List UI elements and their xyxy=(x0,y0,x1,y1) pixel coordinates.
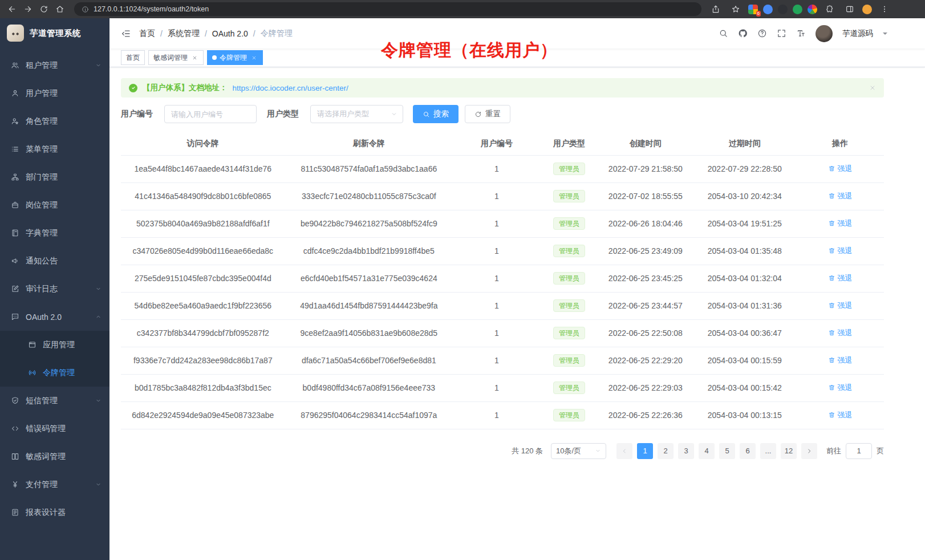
sidebar-item-sms[interactable]: 短信管理 xyxy=(0,387,109,415)
user-id-cell: 1 xyxy=(453,265,541,292)
next-page-button[interactable] xyxy=(801,443,817,459)
access-token-cell: 6d842e2924594de9a09e45e087323abe xyxy=(121,401,285,429)
extension-green-icon[interactable] xyxy=(793,5,802,14)
user-id-cell: 1 xyxy=(453,155,541,182)
sidebar-item-error-code[interactable]: 错误码管理 xyxy=(0,415,109,443)
force-logout-button[interactable]: 强退 xyxy=(828,301,853,311)
page-button-1[interactable]: 1 xyxy=(637,443,653,459)
sidebar-item-user[interactable]: 用户管理 xyxy=(0,79,109,107)
browser-forward-icon[interactable] xyxy=(21,2,35,17)
page-button-3[interactable]: 3 xyxy=(678,443,694,459)
sidebar-item-sensitive-word[interactable]: 敏感词管理 xyxy=(0,443,109,470)
help-icon[interactable] xyxy=(757,29,767,38)
breadcrumb-item[interactable]: 首页 xyxy=(139,29,155,39)
page-ellipsis[interactable]: ... xyxy=(760,443,776,459)
search-button[interactable]: 搜索 xyxy=(413,105,459,123)
page-button-5[interactable]: 5 xyxy=(719,443,735,459)
app-logo[interactable]: 芋道管理系统 xyxy=(0,18,109,48)
extension-rainbow-icon[interactable] xyxy=(808,5,817,14)
sidebar-item-oauth2[interactable]: OAuth 2.0 xyxy=(0,303,109,331)
extension-blue-icon[interactable] xyxy=(763,5,773,14)
sidebar-item-dept[interactable]: 部门管理 xyxy=(0,163,109,191)
sidebar-item-label: 报表设计器 xyxy=(26,508,102,518)
user-type-cell: 管理员 xyxy=(541,319,598,347)
access-token-cell: f9336e7c7dd242a283ee98dc86b17a87 xyxy=(121,347,285,374)
force-logout-button[interactable]: 强退 xyxy=(828,355,853,366)
view-tab[interactable]: 首页 xyxy=(121,50,145,65)
table-row: 502375b8040a469a9b82188afdf6af1fbe90422b… xyxy=(121,210,884,237)
github-icon[interactable] xyxy=(738,29,748,38)
alert-close-icon[interactable] xyxy=(869,84,876,91)
sidebar-item-tenant[interactable]: 租户管理 xyxy=(0,51,109,79)
sidebar-item-notice[interactable]: 通知公告 xyxy=(0,247,109,275)
page-size-select[interactable]: 10条/页 xyxy=(551,443,606,459)
browser-address-bar[interactable]: 127.0.0.1:1024/system/oauth2/token xyxy=(74,2,701,16)
view-tab[interactable]: 敏感词管理 xyxy=(148,50,204,65)
sidebar-item-dict[interactable]: 字典管理 xyxy=(0,219,109,247)
force-logout-button[interactable]: 强退 xyxy=(828,246,853,256)
view-tab[interactable]: 令牌管理 xyxy=(207,50,263,65)
tab-close-icon[interactable] xyxy=(190,54,198,62)
sidebar-item-oauth2-app[interactable]: 应用管理 xyxy=(0,331,109,359)
extension-dark-icon[interactable] xyxy=(778,5,788,14)
page-button-12[interactable]: 12 xyxy=(781,443,797,459)
sidebar-item-role[interactable]: 角色管理 xyxy=(0,107,109,135)
goto-page-input[interactable] xyxy=(846,443,872,459)
browser-back-icon[interactable] xyxy=(5,2,19,17)
force-logout-button[interactable]: 强退 xyxy=(828,191,853,201)
sidebar-item-label: 支付管理 xyxy=(26,480,89,490)
reset-button[interactable]: 重置 xyxy=(465,105,510,123)
sidebar-item-oauth2-token[interactable]: 令牌管理 xyxy=(0,359,109,387)
user-avatar[interactable] xyxy=(816,25,833,42)
fullscreen-icon[interactable] xyxy=(777,29,786,38)
page-button-4[interactable]: 4 xyxy=(699,443,715,459)
page-button-6[interactable]: 6 xyxy=(740,443,756,459)
token-table: 访问令牌刷新令牌用户编号用户类型创建时间过期时间操作 1ea5e44f8bc14… xyxy=(121,132,884,429)
page-button-2[interactable]: 2 xyxy=(658,443,674,459)
browser-home-icon[interactable] xyxy=(52,2,67,17)
font-size-icon[interactable] xyxy=(796,29,806,38)
force-logout-button[interactable]: 强退 xyxy=(828,164,853,174)
bookmark-star-icon[interactable] xyxy=(728,2,743,17)
doc-link[interactable]: https://doc.iocoder.cn/user-center/ xyxy=(233,84,348,92)
create-time-cell: 2022-06-25 22:26:36 xyxy=(598,401,693,429)
sidebar-fold-icon[interactable] xyxy=(121,29,131,39)
profile-avatar-icon[interactable] xyxy=(862,5,872,14)
refresh-token-cell: 333ecfc71e02480cb11055c875c3ca0f xyxy=(285,182,453,210)
force-logout-button[interactable]: 强退 xyxy=(828,410,853,420)
force-logout-button[interactable]: 强退 xyxy=(828,218,853,229)
action-cell: 强退 xyxy=(796,374,884,401)
page-buttons: 123456...12 xyxy=(635,443,799,459)
user-id-input[interactable] xyxy=(164,105,257,123)
sidebar-item-pay[interactable]: 支付管理 xyxy=(0,470,109,498)
sidebar-item-label: 短信管理 xyxy=(26,396,89,406)
side-panel-icon[interactable] xyxy=(842,2,857,17)
force-logout-button[interactable]: 强退 xyxy=(828,273,853,283)
username[interactable]: 芋道源码 xyxy=(842,29,873,39)
sidebar-item-post[interactable]: 岗位管理 xyxy=(0,191,109,219)
browser-menu-icon[interactable] xyxy=(877,2,892,17)
access-token-cell: b0d1785bc3a8482f812db4a3f3bd15ec xyxy=(121,374,285,401)
site-info-icon[interactable] xyxy=(81,5,89,13)
tab-close-icon[interactable] xyxy=(250,54,258,62)
extensions-puzzle-icon[interactable] xyxy=(822,2,837,17)
breadcrumb-item[interactable]: OAuth 2.0 xyxy=(212,29,248,38)
column-header: 用户编号 xyxy=(453,132,541,155)
sidebar-item-menu[interactable]: 菜单管理 xyxy=(0,135,109,163)
create-time-cell: 2022-07-29 21:58:50 xyxy=(598,155,693,182)
force-logout-button[interactable]: 强退 xyxy=(828,328,853,338)
share-icon[interactable] xyxy=(708,2,723,17)
search-icon[interactable] xyxy=(719,29,728,38)
user-type-badge: 管理员 xyxy=(553,163,585,175)
prev-page-button[interactable] xyxy=(616,443,632,459)
sidebar-item-report[interactable]: 报表设计器 xyxy=(0,498,109,526)
user-type-cell: 管理员 xyxy=(541,292,598,319)
user-type-badge: 管理员 xyxy=(553,272,585,285)
breadcrumb-item[interactable]: 系统管理 xyxy=(168,29,200,39)
browser-reload-icon[interactable] xyxy=(36,2,51,17)
force-logout-button[interactable]: 强退 xyxy=(828,383,853,393)
sidebar-item-audit-log[interactable]: 审计日志 xyxy=(0,275,109,303)
chevron-down-icon[interactable] xyxy=(883,33,887,37)
user-type-select[interactable]: 请选择用户类型 xyxy=(310,105,403,123)
extension-pixel-icon[interactable]: 6 xyxy=(748,5,758,14)
